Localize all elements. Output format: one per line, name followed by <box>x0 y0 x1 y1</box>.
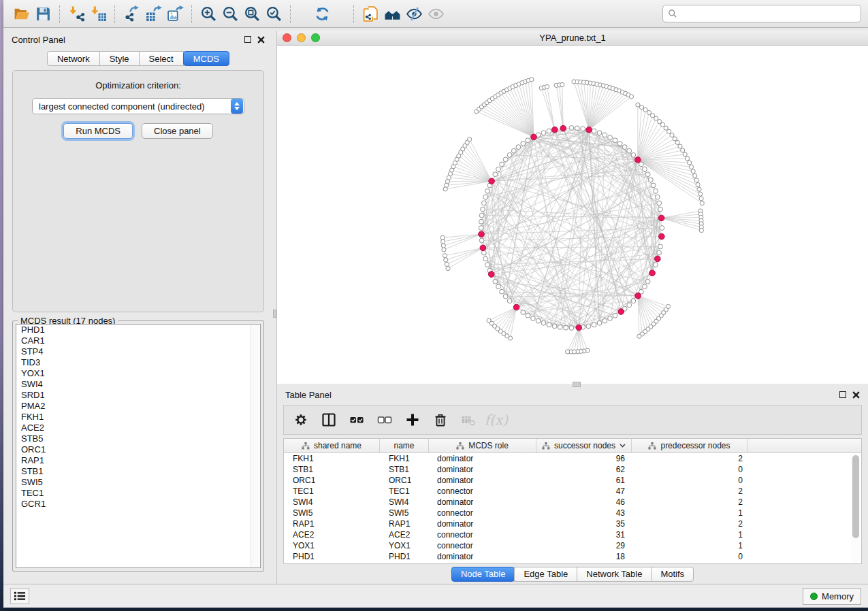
tab-mcds[interactable]: MCDS <box>183 51 229 66</box>
select-all-button[interactable] <box>348 411 366 429</box>
mcds-result-item[interactable]: SWI5 <box>16 477 260 488</box>
network-canvas[interactable] <box>277 46 868 384</box>
tab-motifs[interactable]: Motifs <box>651 567 694 582</box>
scrollbar-thumb[interactable] <box>852 455 859 538</box>
mcds-result-item[interactable]: STB1 <box>16 466 260 477</box>
zoom-in-button[interactable] <box>197 3 219 24</box>
delete-column-button[interactable] <box>432 411 449 429</box>
table-row[interactable]: SWI4SWI4dominator462 <box>284 497 861 508</box>
tab-node-table[interactable]: Node Table <box>451 567 515 582</box>
deselect-all-button[interactable] <box>376 411 393 429</box>
table-row[interactable]: YOX1YOX1connector291 <box>284 540 861 551</box>
criterion-select[interactable]: largest connected component (undirected) <box>32 98 244 114</box>
float-window-icon[interactable] <box>244 36 251 43</box>
table-cell: RAP1 <box>380 519 429 529</box>
close-panel-button[interactable]: Close panel <box>142 123 213 139</box>
splitter-grip[interactable] <box>573 382 581 387</box>
tab-select[interactable]: Select <box>139 51 184 66</box>
save-session-button[interactable] <box>32 3 54 24</box>
zoom-fit-button[interactable] <box>241 3 263 24</box>
table-row[interactable]: ACE2ACE2connector311 <box>284 529 861 540</box>
export-network-icon <box>123 5 140 22</box>
mcds-result-item[interactable]: TID3 <box>16 357 260 368</box>
vertical-splitter[interactable] <box>273 31 276 584</box>
optimization-criterion-label: Optimization criterion: <box>13 80 263 90</box>
close-panel-icon[interactable] <box>257 36 265 44</box>
table-cell: 1 <box>632 508 748 518</box>
table-row[interactable]: PHD1PHD1dominator180 <box>284 551 861 562</box>
memory-button[interactable]: Memory <box>803 588 861 605</box>
table-row[interactable]: RAP1RAP1dominator352 <box>284 518 861 529</box>
column-header-name[interactable]: name <box>380 439 429 452</box>
table-body: FKH1FKH1dominator962STB1STB1dominator620… <box>284 453 861 562</box>
column-header-predecessor-nodes[interactable]: predecessor nodes <box>632 439 748 452</box>
function-builder-button[interactable]: f(x) <box>487 411 505 429</box>
mcds-result-item[interactable]: STB5 <box>16 433 260 444</box>
show-all-button[interactable] <box>425 3 447 24</box>
table-row[interactable]: FKH1FKH1dominator962 <box>284 453 861 464</box>
export-network-button[interactable] <box>120 3 142 24</box>
tab-edge-table[interactable]: Edge Table <box>514 567 577 582</box>
refresh-button[interactable] <box>311 3 333 24</box>
mcds-result-item[interactable]: RAP1 <box>16 455 260 466</box>
tab-network[interactable]: Network <box>47 51 100 66</box>
table-scrollbar[interactable] <box>851 454 860 562</box>
splitter-grip[interactable] <box>273 310 276 318</box>
column-type-icon <box>648 442 656 450</box>
table-settings-button[interactable] <box>292 411 310 429</box>
mcds-result-item[interactable]: ORC1 <box>16 444 260 455</box>
zoom-selected-button[interactable] <box>263 3 285 24</box>
hide-selected-button[interactable] <box>403 3 425 24</box>
import-network-button[interactable] <box>65 3 87 24</box>
minimize-window-icon[interactable] <box>297 33 306 42</box>
tab-network-table[interactable]: Network Table <box>577 567 652 582</box>
control-panel-titlebar: Control Panel <box>3 31 273 48</box>
table-row[interactable]: TEC1TEC1connector472 <box>284 486 861 497</box>
zoom-out-button[interactable] <box>219 3 241 24</box>
show-column-panel-button[interactable] <box>320 411 338 429</box>
horizontal-splitter[interactable] <box>277 384 868 386</box>
add-column-button[interactable] <box>404 411 421 429</box>
close-window-icon[interactable] <box>283 33 291 42</box>
mcds-result-item[interactable]: YOX1 <box>16 368 260 379</box>
import-table-button[interactable] <box>87 3 109 24</box>
maximize-window-icon[interactable] <box>311 33 320 42</box>
table-cell: PHD1 <box>380 552 429 561</box>
table-row[interactable]: SWI5SWI5connector431 <box>284 508 861 518</box>
export-image-button[interactable] <box>164 3 186 24</box>
search-input[interactable] <box>677 9 856 19</box>
table-row[interactable]: STB1STB1dominator620 <box>284 464 861 475</box>
table-cell: dominator <box>429 497 536 507</box>
column-header-shared-name[interactable]: shared name <box>284 439 380 452</box>
table-cell: dominator <box>429 476 536 485</box>
table-cell: connector <box>429 486 536 496</box>
mcds-result-item[interactable]: FKH1 <box>16 412 260 423</box>
search-network-button[interactable] <box>381 3 403 24</box>
mcds-result-item[interactable]: PMA2 <box>16 401 260 412</box>
mcds-result-item[interactable]: CAR1 <box>16 335 260 346</box>
zoom-fit-icon <box>244 5 261 22</box>
task-history-button[interactable] <box>10 588 29 604</box>
clone-network-button[interactable] <box>359 3 381 24</box>
mcds-result-item[interactable]: ACE2 <box>16 423 260 433</box>
export-table-button[interactable] <box>142 3 164 24</box>
mcds-result-item[interactable]: STP4 <box>16 346 260 357</box>
run-mcds-button[interactable]: Run MCDS <box>63 123 133 139</box>
open-file-button[interactable] <box>10 3 32 24</box>
binoculars-icon <box>384 5 401 22</box>
column-header-mcds-role[interactable]: MCDS role <box>429 439 536 452</box>
table-row[interactable]: ORC1ORC1dominator610 <box>284 475 861 486</box>
network-search-box[interactable] <box>662 5 861 22</box>
column-header-successor-nodes[interactable]: successor nodes <box>536 439 632 452</box>
mcds-result-item[interactable]: GCR1 <box>16 499 260 510</box>
tab-style[interactable]: Style <box>99 51 140 66</box>
mcds-result-item[interactable]: SRD1 <box>16 390 260 401</box>
float-window-icon[interactable] <box>839 391 846 398</box>
mcds-result-item[interactable]: PHD1 <box>16 325 260 335</box>
close-panel-icon[interactable] <box>852 391 860 399</box>
table-cell: 2 <box>632 497 748 507</box>
mcds-result-item[interactable]: SWI4 <box>16 379 260 390</box>
mcds-list-scrollbar[interactable] <box>251 325 259 567</box>
delete-table-button[interactable] <box>460 411 477 429</box>
mcds-result-item[interactable]: TEC1 <box>16 488 260 499</box>
